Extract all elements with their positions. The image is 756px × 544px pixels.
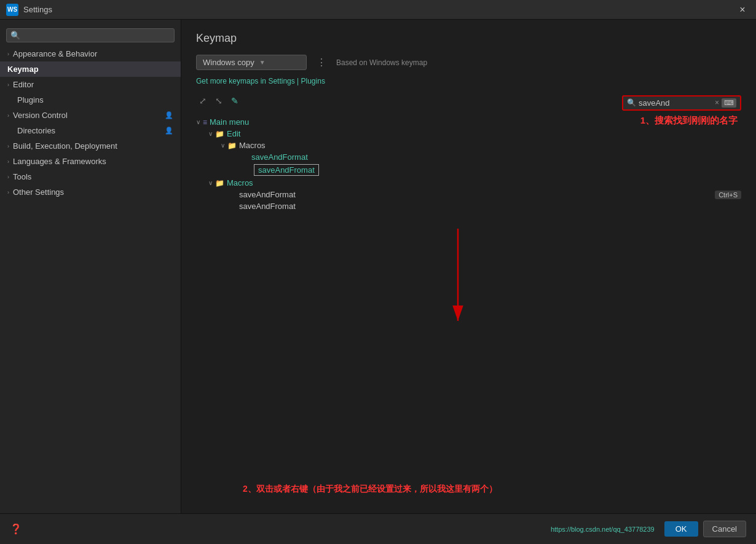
chevron-icon: › xyxy=(7,82,9,88)
tree-item-label: saveAndFromat xyxy=(239,202,296,211)
sidebar-item-label: Languages & Frameworks xyxy=(13,157,173,166)
folder-icon: 📁 xyxy=(215,179,224,187)
window-title: Settings xyxy=(23,5,52,14)
folder-icon: 📁 xyxy=(215,130,224,138)
tree-chevron-icon: ∨ xyxy=(196,119,200,125)
toolbar: ⤢ ⤡ ✎ xyxy=(196,94,242,108)
content-search-box[interactable]: 🔍 saveAnd × ⌨ xyxy=(622,95,741,111)
sidebar-item-label: Build, Execution, Deployment xyxy=(13,141,173,151)
sidebar-item-directories[interactable]: Directories👤 xyxy=(0,123,181,138)
collapse-all-button[interactable]: ⤡ xyxy=(212,94,226,108)
sidebar-search-input[interactable] xyxy=(20,31,170,40)
sidebar-item-keymap[interactable]: Keymap xyxy=(0,61,181,77)
tree-view: ∨≡Main menu∨📁Edit∨📁MacrossaveAndFormatsa… xyxy=(196,116,741,212)
chevron-icon: › xyxy=(7,112,9,119)
chevron-icon: › xyxy=(7,174,9,180)
tree-row[interactable]: saveAndFormat xyxy=(196,151,741,163)
tree-item-label: Edit xyxy=(227,129,240,138)
sidebar-search-wrapper[interactable]: 🔍 xyxy=(6,28,175,42)
sidebar-item-label: Version Control xyxy=(13,111,161,120)
edit-shortcut-button[interactable]: ✎ xyxy=(228,94,242,108)
sidebar: 🔍 ›Appearance & BehaviorKeymap›EditorPlu… xyxy=(0,20,181,544)
ok-button[interactable]: OK xyxy=(664,521,698,537)
tree-item-label: Macros xyxy=(239,141,266,150)
keymap-more-button[interactable]: ⋮ xyxy=(313,55,330,69)
keymap-row: Windows copy ▼ ⋮ Based on Windows keymap xyxy=(196,55,741,70)
title-bar: WS Settings × xyxy=(0,0,756,20)
sidebar-nav: ›Appearance & BehaviorKeymap›EditorPlugi… xyxy=(0,46,181,200)
tree-row[interactable]: saveAndFormatCtrl+S xyxy=(196,189,741,200)
tree-item-label: Main menu xyxy=(210,117,249,127)
sidebar-search-bar: 🔍 xyxy=(0,25,181,46)
keymap-dropdown-label: Windows copy xyxy=(203,58,254,67)
sidebar-item-languages[interactable]: ›Languages & Frameworks xyxy=(0,154,181,169)
bottom-url: https://blog.csdn.net/qq_43778239 xyxy=(551,526,655,533)
tree-row[interactable]: saveAndFromat xyxy=(196,200,741,212)
clear-search-icon[interactable]: × xyxy=(715,98,719,107)
chevron-down-icon: ▼ xyxy=(259,59,266,66)
app-logo: WS xyxy=(6,4,18,16)
tree-item-label: Macros xyxy=(227,178,253,187)
close-button[interactable]: × xyxy=(735,2,750,17)
keymap-dropdown[interactable]: Windows copy ▼ xyxy=(196,55,307,70)
sidebar-item-label: Plugins xyxy=(17,95,173,104)
shortcut-badge: Ctrl+S xyxy=(715,191,741,199)
person-icon: 👤 xyxy=(165,111,173,119)
folder-icon: 📁 xyxy=(227,141,237,150)
tree-item-label: saveAndFromat xyxy=(254,164,319,176)
sidebar-item-plugins[interactable]: Plugins xyxy=(0,92,181,108)
sidebar-item-label: Other Settings xyxy=(13,187,173,197)
search-icon: 🔍 xyxy=(627,98,636,107)
annotation-2: 2、双击或者右键（由于我之前已经设置过来，所以我这里有两个） xyxy=(243,484,497,495)
keymap-based-label: Based on Windows keymap xyxy=(336,58,427,67)
sidebar-item-label: Keymap xyxy=(7,65,173,74)
tree-chevron-icon: ∨ xyxy=(221,142,225,149)
keymap-plugins-link[interactable]: Get more keymaps in Settings | Plugins xyxy=(196,77,325,85)
tree-chevron-icon: ∨ xyxy=(208,179,213,186)
annotation-1: 1、搜索找到刚刚的名字 xyxy=(640,115,738,127)
sidebar-item-build[interactable]: ›Build, Execution, Deployment xyxy=(0,138,181,154)
dialog: 🔍 ›Appearance & BehaviorKeymap›EditorPlu… xyxy=(0,20,756,544)
keyboard-icon[interactable]: ⌨ xyxy=(722,98,736,108)
bottom-bar: ❓ https://blog.csdn.net/qq_43778239 OK C… xyxy=(0,513,756,544)
menu-icon: ≡ xyxy=(203,118,207,127)
sidebar-item-editor[interactable]: ›Editor xyxy=(0,77,181,92)
search-icon: 🔍 xyxy=(10,31,20,40)
person-icon: 👤 xyxy=(165,127,173,135)
content-area: Keymap Windows copy ▼ ⋮ Based on Windows… xyxy=(181,20,756,544)
sidebar-item-label: Editor xyxy=(13,80,173,89)
cancel-button[interactable]: Cancel xyxy=(703,521,746,537)
tree-row[interactable]: ∨📁Macros xyxy=(196,177,741,189)
sidebar-item-version-control[interactable]: ›Version Control👤 xyxy=(0,108,181,123)
tree-chevron-icon: ∨ xyxy=(208,130,213,137)
sidebar-item-label: Appearance & Behavior xyxy=(13,49,173,58)
chevron-icon: › xyxy=(7,159,9,165)
sidebar-item-label: Directories xyxy=(17,126,161,135)
arrow-annotation xyxy=(396,223,519,345)
tree-item-label: saveAndFormat xyxy=(239,190,296,199)
sidebar-item-label: Tools xyxy=(13,172,173,181)
sidebar-item-appearance[interactable]: ›Appearance & Behavior xyxy=(0,46,181,61)
expand-all-button[interactable]: ⤢ xyxy=(196,94,210,108)
chevron-icon: › xyxy=(7,51,9,57)
chevron-icon: › xyxy=(7,189,9,195)
sidebar-item-tools[interactable]: ›Tools xyxy=(0,169,181,184)
content-search-input[interactable]: saveAnd xyxy=(639,98,712,108)
tree-row[interactable]: ∨📁Macros xyxy=(196,140,741,151)
tree-item-label: saveAndFormat xyxy=(251,152,308,162)
sidebar-item-other[interactable]: ›Other Settings xyxy=(0,184,181,200)
tree-row[interactable]: ∨📁Edit xyxy=(196,128,741,140)
help-icon[interactable]: ❓ xyxy=(10,523,22,535)
tree-row[interactable]: saveAndFromat xyxy=(196,163,741,177)
chevron-icon: › xyxy=(7,143,9,149)
page-title: Keymap xyxy=(196,32,741,45)
